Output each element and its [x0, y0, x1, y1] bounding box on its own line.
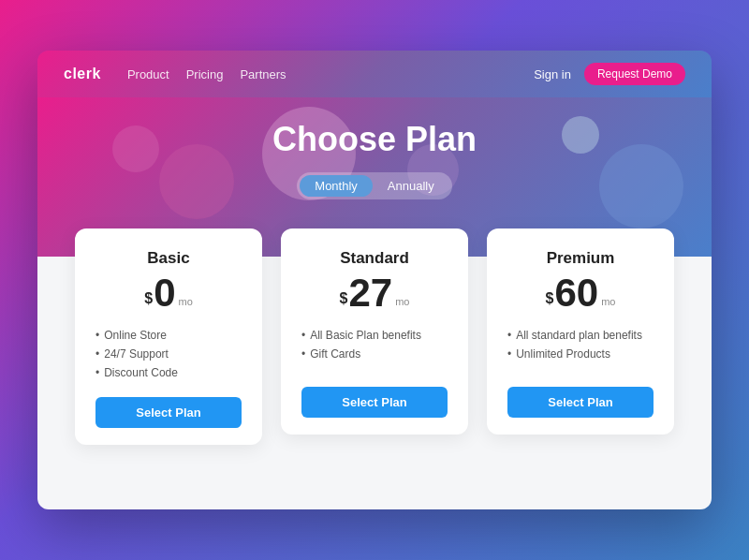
billing-toggle[interactable]: Monthly Annually	[297, 172, 451, 199]
plan-card-basic: Basic $ 0 mo Online Store 24/7 Support D…	[75, 228, 262, 445]
toggle-annually[interactable]: Annually	[373, 175, 449, 197]
price-dollar-standard: $	[340, 286, 348, 313]
feature-standard-1: All Basic Plan benefits	[301, 326, 448, 345]
price-amount-basic: 0	[154, 273, 175, 313]
plan-name-basic: Basic	[147, 249, 189, 268]
app-window: clerk Product Pricing Partners Sign in R…	[37, 51, 712, 509]
feature-standard-2: Gift Cards	[301, 345, 448, 363]
cards-area: Basic $ 0 mo Online Store 24/7 Support D…	[37, 257, 712, 509]
price-dollar-basic: $	[144, 286, 153, 313]
price-amount-standard: 27	[348, 273, 392, 313]
select-plan-basic[interactable]: Select Plan	[95, 397, 242, 428]
plan-card-standard: Standard $ 27 mo All Basic Plan benefits…	[281, 228, 468, 435]
nav-pricing[interactable]: Pricing	[186, 67, 224, 81]
feature-basic-1: Online Store	[95, 326, 242, 345]
features-list-standard: All Basic Plan benefits Gift Cards	[301, 326, 448, 363]
plan-price-standard: $ 27 mo	[340, 273, 410, 313]
page-title: Choose Plan	[75, 120, 674, 159]
feature-basic-2: 24/7 Support	[95, 345, 242, 363]
nav: Product Pricing Partners	[127, 67, 286, 81]
price-amount-premium: 60	[554, 273, 598, 313]
nav-product[interactable]: Product	[127, 67, 169, 81]
feature-premium-2: Unlimited Products	[507, 345, 654, 363]
price-period-standard: mo	[395, 296, 409, 307]
plan-price-premium: $ 60 mo	[546, 273, 616, 313]
features-list-basic: Online Store 24/7 Support Discount Code	[95, 326, 242, 382]
request-demo-button[interactable]: Request Demo	[584, 63, 685, 85]
price-period-premium: mo	[601, 296, 615, 307]
price-period-basic: mo	[178, 296, 192, 307]
plan-card-premium: Premium $ 60 mo All standard plan benefi…	[487, 228, 674, 435]
select-plan-standard[interactable]: Select Plan	[301, 387, 448, 418]
header-right: Sign in Request Demo	[534, 63, 685, 85]
plan-name-standard: Standard	[340, 249, 409, 268]
sign-in-link[interactable]: Sign in	[534, 67, 571, 81]
plan-price-basic: $ 0 mo	[144, 273, 193, 313]
logo: clerk	[64, 66, 101, 82]
price-dollar-premium: $	[546, 286, 554, 313]
feature-basic-3: Discount Code	[95, 363, 242, 382]
features-list-premium: All standard plan benefits Unlimited Pro…	[507, 326, 654, 363]
feature-premium-1: All standard plan benefits	[507, 326, 654, 345]
select-plan-premium[interactable]: Select Plan	[507, 387, 654, 418]
header: clerk Product Pricing Partners Sign in R…	[37, 51, 712, 97]
nav-partners[interactable]: Partners	[240, 67, 286, 81]
plan-name-premium: Premium	[547, 249, 615, 268]
toggle-monthly[interactable]: Monthly	[300, 175, 373, 197]
header-left: clerk Product Pricing Partners	[64, 66, 286, 82]
